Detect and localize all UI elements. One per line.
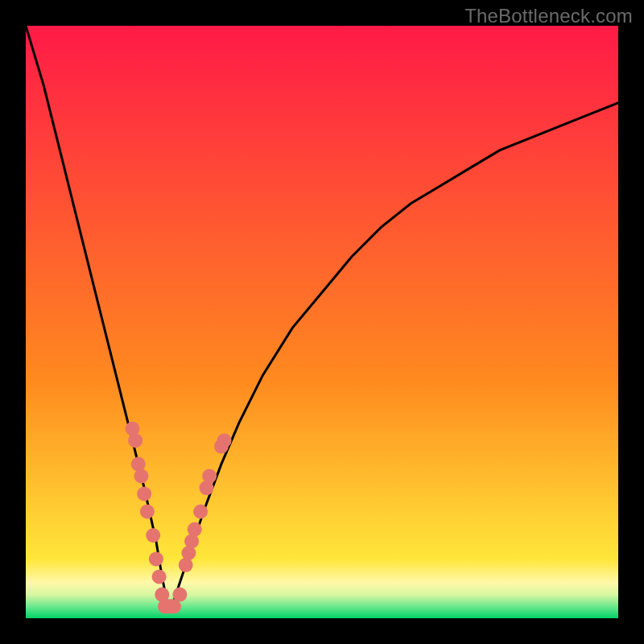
data-point [149,551,163,566]
data-point [172,588,187,602]
data-point [152,570,167,584]
data-point [202,469,217,483]
chart-frame: TheBottleneck.com [0,0,644,644]
data-point [128,433,142,448]
data-point [188,522,202,537]
data-point [140,505,155,519]
chart-svg [26,26,618,618]
data-point [134,469,149,483]
plot-area [26,26,618,618]
data-point [193,505,208,519]
data-point [137,486,151,501]
data-point [217,433,232,448]
gradient-background [26,26,618,618]
data-point [146,528,160,543]
watermark-text: TheBottleneck.com [464,5,633,27]
